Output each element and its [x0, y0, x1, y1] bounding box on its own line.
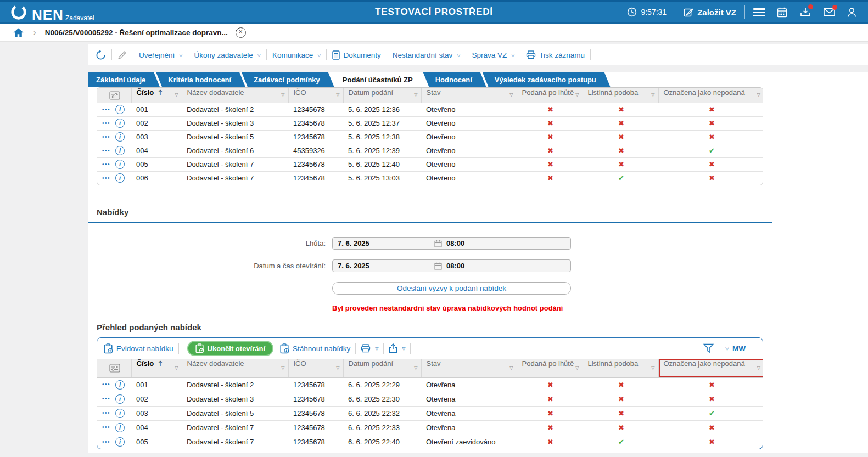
column-header[interactable]: IČO▽ — [288, 88, 343, 103]
row-menu-icon[interactable]: ••• — [102, 396, 110, 402]
row-menu-icon[interactable]: ••• — [102, 120, 110, 126]
column-filter-icon[interactable]: ▽ — [281, 88, 284, 102]
table-row[interactable]: •••i002Dodavatel - školení 3123456786. 6… — [97, 392, 763, 406]
info-icon[interactable]: i — [115, 119, 125, 128]
table-row[interactable]: •••i004Dodavatel - školení 6453593265. 6… — [97, 144, 763, 157]
column-header[interactable]: Datum podání▽ — [343, 359, 421, 377]
column-header[interactable]: Stav▽ — [421, 88, 517, 103]
column-header[interactable]: Název dodavatele▽ — [182, 359, 288, 377]
menu-uverejneni[interactable]: Uveřejnění▽ — [139, 51, 182, 59]
table-row[interactable]: •••i001Dodavatel - školení 2123456785. 6… — [97, 103, 763, 116]
table-row[interactable]: •••i004Dodavatel - školení 7123456786. 6… — [97, 420, 763, 435]
close-record-icon[interactable]: × — [236, 27, 246, 38]
column-filter-icon[interactable]: ▽ — [175, 88, 178, 102]
info-icon[interactable]: i — [115, 423, 125, 432]
tab-vysledek[interactable]: Výsledek zadávacího postupu — [483, 72, 611, 87]
lhuta-time-value[interactable]: 08:00 — [446, 239, 464, 247]
column-header[interactable]: Číslo↑▽ — [131, 88, 182, 103]
info-icon[interactable]: i — [115, 173, 125, 183]
row-menu-icon[interactable]: ••• — [102, 439, 110, 445]
row-menu-icon[interactable]: ••• — [102, 106, 110, 112]
column-filter-icon[interactable]: ▽ — [757, 88, 760, 102]
column-header[interactable]: Označena jako nepodaná▽ — [658, 88, 763, 103]
oteviranie-datetime-field[interactable]: 7. 6. 2025 08:00 — [332, 259, 571, 272]
tab-zakladni-udaje[interactable]: Základní údaje — [88, 72, 160, 87]
table-row[interactable]: •••i005Dodavatel - školení 7123456785. 6… — [97, 157, 763, 171]
history-button[interactable] — [96, 50, 106, 60]
table-row[interactable]: •••i005Dodavatel - školení 7123456786. 6… — [97, 435, 763, 449]
stahnout-nabidky-button[interactable]: Stáhnout nabídky — [280, 343, 350, 354]
table-row[interactable]: •••i001Dodavatel - školení 2123456786. 6… — [97, 377, 763, 392]
tab-kriteria-hodnoceni[interactable]: Kritéria hodnocení — [156, 72, 245, 87]
row-menu-icon[interactable]: ••• — [102, 148, 110, 154]
menu-komunikace[interactable]: Komunikace▽ — [272, 51, 321, 59]
filter-funnel-icon[interactable] — [703, 343, 714, 353]
calendar-field-icon[interactable] — [434, 240, 442, 247]
column-header[interactable]: IČO▽ — [288, 359, 343, 377]
column-filter-icon[interactable]: ▽ — [175, 359, 178, 377]
table-row[interactable]: •••i002Dodavatel - školení 3123456785. 6… — [97, 116, 763, 130]
column-filter-icon[interactable]: ▽ — [336, 88, 339, 102]
column-filter-icon[interactable]: ▽ — [336, 359, 339, 377]
lhuta-date-value[interactable]: 7. 6. 2025 — [333, 239, 434, 247]
print-record-button[interactable]: Tisk záznamu — [526, 50, 585, 59]
row-menu-icon[interactable]: ••• — [102, 161, 110, 167]
export-button[interactable]: ▽ — [389, 343, 405, 353]
column-filter-icon[interactable]: ▽ — [414, 359, 417, 377]
column-header[interactable]: Stav▽ — [421, 359, 517, 377]
messages-button[interactable] — [824, 8, 835, 16]
oteviranie-date-value[interactable]: 7. 6. 2025 — [333, 262, 434, 270]
column-header[interactable]: Datum podání▽ — [343, 88, 421, 103]
column-filter-icon[interactable]: ▽ — [509, 88, 513, 102]
column-filter-icon[interactable]: ▽ — [651, 359, 654, 377]
column-filter-icon[interactable]: ▽ — [281, 359, 284, 377]
column-filter-icon[interactable]: ▽ — [414, 88, 417, 102]
calendar-icon[interactable] — [777, 7, 787, 18]
lhuta-datetime-field[interactable]: 7. 6. 2025 08:00 — [332, 237, 571, 250]
menu-sprava-vz[interactable]: Správa VZ▽ — [472, 51, 514, 59]
row-menu-icon[interactable]: ••• — [102, 134, 110, 140]
ukoncit-oteviranie-button[interactable]: Ukončit otevírání — [187, 341, 273, 356]
info-icon[interactable]: i — [115, 146, 125, 155]
column-header[interactable]: Číslo↑▽ — [131, 359, 182, 377]
info-icon[interactable]: i — [115, 409, 125, 418]
info-icon[interactable]: i — [115, 105, 125, 114]
create-vz-button[interactable]: Založit VZ — [684, 7, 736, 17]
row-menu-icon[interactable]: ••• — [102, 175, 110, 181]
column-header[interactable]: Podaná po lhůtě▽ — [517, 359, 583, 377]
print-table-button[interactable]: ▽ — [361, 344, 378, 353]
breadcrumb-item[interactable]: N006/25/V00005292 - Řešení optimalizace … — [45, 29, 228, 37]
info-icon[interactable]: i — [115, 437, 125, 447]
info-icon[interactable]: i — [115, 380, 125, 390]
column-header[interactable]: Název dodavatele▽ — [182, 88, 288, 103]
user-icon[interactable] — [847, 7, 857, 18]
info-icon[interactable]: i — [115, 132, 125, 142]
column-filter-icon[interactable]: ▽ — [651, 88, 654, 102]
column-filter-icon[interactable]: ▽ — [575, 359, 579, 377]
column-header[interactable]: Označena jako nepodaná▽ — [658, 359, 763, 377]
row-menu-icon[interactable]: ••• — [102, 382, 110, 388]
tab-podani-ucastniku[interactable]: Podání účastníků ZP — [331, 72, 427, 87]
tab-zadavaci-podminky[interactable]: Zadávací podmínky — [242, 72, 334, 87]
oteviranie-time-value[interactable]: 08:00 — [446, 262, 464, 270]
column-header[interactable]: Listinná podoba▽ — [583, 359, 658, 377]
info-icon[interactable]: i — [115, 394, 125, 404]
mw-dropdown-arrow-icon[interactable]: ▽ — [725, 346, 729, 351]
tab-hodnoceni[interactable]: Hodnocení — [423, 72, 486, 87]
table-row[interactable]: •••i003Dodavatel - školení 5123456785. 6… — [97, 130, 763, 144]
evidovat-nabidku-button[interactable]: Evidovat nabídku — [104, 343, 173, 354]
row-menu-icon[interactable]: ••• — [102, 410, 110, 416]
info-icon[interactable]: i — [115, 160, 125, 169]
column-filter-icon[interactable]: ▽ — [757, 359, 760, 377]
calendar-field-icon[interactable] — [434, 262, 442, 270]
column-header[interactable]: Listinná podoba▽ — [583, 88, 658, 103]
column-header[interactable]: Podaná po lhůtě▽ — [517, 88, 583, 103]
column-filter-icon[interactable]: ▽ — [509, 359, 513, 377]
column-settings-icon[interactable] — [97, 88, 131, 103]
menu-ukony-zadavatele[interactable]: Úkony zadavatele▽ — [194, 51, 260, 59]
row-menu-icon[interactable]: ••• — [102, 425, 110, 431]
table-row[interactable]: •••i006Dodavatel - školení 7123456785. 6… — [97, 171, 763, 185]
send-invitation-button[interactable]: Odeslání výzvy k podání nabídek — [332, 282, 571, 295]
menu-icon[interactable] — [753, 8, 765, 16]
column-filter-icon[interactable]: ▽ — [575, 88, 579, 102]
